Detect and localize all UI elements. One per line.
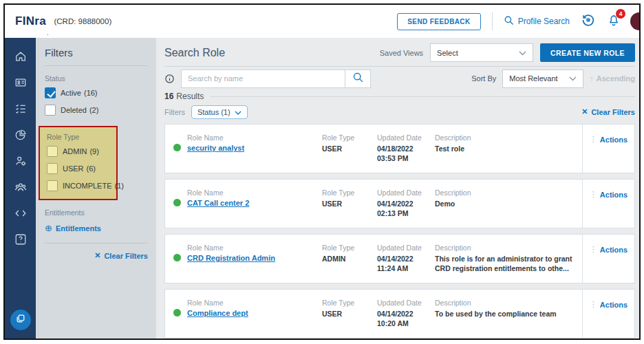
filter-checkbox-user[interactable]: USER (6) [47, 163, 112, 174]
actions-menu-button[interactable]: ⋮ Actions [590, 135, 627, 144]
status-section-label: Status [45, 74, 148, 83]
notifications-button[interactable]: 4 [607, 13, 621, 30]
results-divider [211, 96, 635, 97]
role-name-link[interactable]: CAT Call center 2 [187, 199, 322, 207]
code-icon [14, 207, 27, 222]
search-icon [504, 15, 514, 28]
results-label: Results [176, 92, 204, 101]
sidebar-item-api[interactable] [5, 202, 36, 228]
finra-logo-mark: . [47, 30, 49, 36]
search-submit-button[interactable] [345, 69, 371, 88]
updated-date-value: 04/14/2022 [377, 199, 435, 208]
column-label-role-type: Role Type [322, 133, 377, 142]
status-active-dot [173, 144, 181, 151]
actions-menu-button[interactable]: ⋮ Actions [590, 190, 627, 199]
entitlements-section-label: Entitlements [45, 208, 148, 217]
updated-date-value: 04/14/2022 [377, 309, 435, 319]
checkbox-unchecked-icon[interactable] [45, 105, 56, 116]
filters-title: Filters [45, 47, 148, 58]
role-type-section-label: Role Type [47, 133, 112, 141]
updated-date-value: 04/18/2022 [377, 144, 435, 153]
title-row: Search Role Saved Views Select CREATE NE… [164, 43, 635, 62]
filter-checkbox-deleted[interactable]: Deleted (2) [45, 105, 148, 116]
sidebar-item-reports[interactable] [5, 123, 36, 149]
applied-filters-label: Filters [164, 108, 185, 116]
column-label-updated-date: Updated Date [377, 299, 435, 307]
column-label-role-name: Role Name [187, 299, 322, 307]
results-count: 16 [164, 92, 173, 101]
history-icon [581, 12, 596, 30]
chevron-down-icon [519, 49, 526, 57]
filter-checkbox-incomplete[interactable]: INCOMPLETE (1) [47, 180, 112, 191]
page-title: Search Role [164, 47, 225, 59]
notification-badge: 4 [616, 9, 625, 19]
user-avatar[interactable] [630, 12, 641, 30]
column-label-role-type: Role Type [322, 189, 377, 197]
profile-search-button[interactable]: Profile Search [504, 15, 570, 28]
header-actions: SEND FEEDBACK Profile Search 4 [397, 12, 639, 30]
sidebar-item-task-list[interactable] [5, 97, 36, 123]
send-feedback-button[interactable]: SEND FEEDBACK [397, 13, 480, 30]
recent-history-button[interactable] [581, 12, 596, 30]
sort-by-select[interactable]: Most Relevant [502, 69, 583, 88]
column-label-updated-date: Updated Date [377, 133, 435, 142]
updated-date-value: 04/14/2022 [377, 254, 435, 264]
role-actions-cell: ⋮ Actions [582, 235, 634, 283]
profile-search-label: Profile Search [518, 17, 570, 26]
actions-menu-button[interactable]: ⋮ Actions [590, 300, 627, 309]
clear-filters-link[interactable]: ✕ Clear Filters [581, 107, 635, 116]
create-new-role-button[interactable]: CREATE NEW ROLE [540, 43, 635, 62]
quick-apps-button[interactable] [10, 310, 31, 330]
clear-filters-label: Clear Filters [591, 108, 635, 116]
close-icon: ✕ [581, 107, 588, 116]
id-card-icon [14, 76, 27, 92]
pie-chart-icon [14, 129, 27, 144]
checkbox-count: (9) [89, 147, 98, 155]
team-icon [14, 181, 27, 196]
column-label-updated-date: Updated Date [377, 244, 435, 252]
role-name-link[interactable]: Compliance dept [187, 309, 322, 317]
role-row-main: Role Name CRD Registration Admin Role Ty… [165, 235, 582, 283]
updated-time-value: 11:24 AM [377, 264, 435, 273]
sort-controls: Sort By Most Relevant ↑ Ascending [471, 69, 635, 88]
crd-number: (CRD: 9888000) [54, 17, 111, 25]
info-icon[interactable] [164, 74, 175, 84]
user-gear-icon [14, 155, 27, 170]
sidebar-item-user-settings[interactable] [5, 149, 36, 175]
status-filter-chip[interactable]: Status (1) [191, 105, 248, 119]
entitlements-link-label: Entitlements [56, 224, 101, 233]
role-name-link[interactable]: security analyst [187, 144, 322, 152]
filter-checkbox-active[interactable]: Active (16) [45, 87, 148, 98]
chip-label: Status (1) [197, 108, 230, 116]
filter-checkbox-admin[interactable]: ADMIN (9) [47, 146, 112, 157]
clear-filters-label: Clear Filters [104, 252, 148, 260]
ascending-label: Ascending [597, 74, 635, 83]
sidebar-item-help[interactable] [5, 228, 36, 254]
description-value: To be used by the compliance team [435, 309, 577, 319]
actions-menu-button[interactable]: ⋮ Actions [590, 245, 627, 254]
checkbox-unchecked-icon[interactable] [47, 146, 58, 157]
role-row: Role Name security analyst Role Type USE… [164, 124, 635, 173]
column-label-role-type: Role Type [322, 299, 377, 307]
sidebar-item-contact-card[interactable] [5, 71, 36, 97]
role-name-link[interactable]: CRD Registration Admin [187, 254, 322, 262]
checkbox-unchecked-icon[interactable] [47, 180, 58, 191]
checkbox-count: (6) [87, 164, 96, 173]
saved-views-select[interactable]: Select [430, 43, 533, 62]
role-actions-cell: ⋮ Actions [582, 125, 634, 173]
role-type-value: USER [322, 199, 377, 208]
arrow-up-icon: ↑ [590, 74, 594, 83]
sidebar-item-home[interactable] [5, 45, 36, 71]
header-divider [492, 12, 493, 30]
column-label-description: Description [435, 299, 577, 307]
sort-direction-toggle[interactable]: ↑ Ascending [590, 74, 635, 83]
add-entitlements-link[interactable]: ⊕ Entitlements [45, 223, 148, 233]
checkbox-checked-icon[interactable] [45, 87, 56, 98]
help-icon [14, 233, 27, 248]
role-row-main: Role Name security analyst Role Type USE… [165, 125, 582, 173]
checkbox-unchecked-icon[interactable] [47, 163, 58, 174]
panel-clear-filters-link[interactable]: ✕ Clear Filters [45, 251, 148, 260]
sidebar-item-teams[interactable] [5, 175, 36, 202]
search-input[interactable] [181, 69, 345, 88]
chevron-down-icon [235, 108, 242, 116]
